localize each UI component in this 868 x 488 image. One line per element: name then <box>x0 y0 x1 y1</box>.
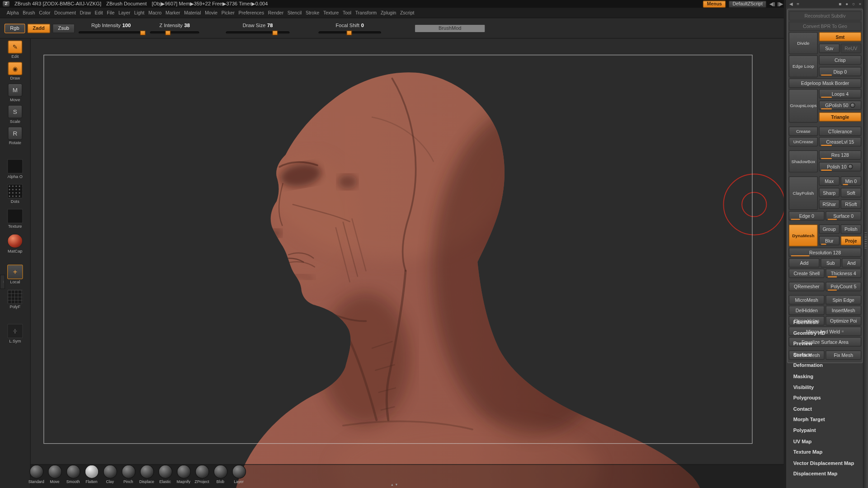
spin-edge-button[interactable]: Spin Edge <box>826 295 861 305</box>
transform-tool-button[interactable]: ◉ Draw <box>8 62 22 81</box>
tool-section-header[interactable]: Preview <box>786 339 864 350</box>
stroke-picker[interactable]: Dots <box>7 184 23 204</box>
slider-groove[interactable] <box>319 32 381 34</box>
default-zscript-button[interactable]: DefaultZScript <box>729 0 767 8</box>
menu-item[interactable]: Edit <box>95 10 103 15</box>
z-intensity-slider[interactable]: Z Intensity38 <box>148 21 201 35</box>
tray-dock-icon[interactable]: ■ <box>839 1 842 6</box>
draw-size-slider[interactable]: Draw Size78 <box>224 21 291 35</box>
brush-preset-button[interactable]: Flatten <box>83 465 100 488</box>
slider-groove[interactable] <box>150 32 199 34</box>
claypolish-rsoft-button[interactable]: RSoft <box>841 200 862 209</box>
texture-picker[interactable]: Texture <box>7 209 23 229</box>
menu-item[interactable]: Preferences <box>239 10 264 15</box>
thickness-slider[interactable]: Thickness 4 <box>826 268 861 278</box>
polyframe-grid-icon[interactable] <box>7 290 23 304</box>
delhidden-button[interactable]: DelHidden <box>789 305 825 315</box>
menu-item[interactable]: Material <box>184 10 201 15</box>
groupsloops-button[interactable]: GroupsLoops <box>789 89 818 123</box>
creaselvl-slider[interactable]: CreaseLvl 15 <box>819 137 861 146</box>
tool-section-header[interactable]: FiberMesh <box>786 317 864 328</box>
claypolish-rshar-button[interactable]: RShar <box>819 200 840 209</box>
menu-item[interactable]: Texture <box>323 10 339 15</box>
slider-handle[interactable] <box>150 32 169 34</box>
tool-section-header[interactable]: Vector Displacement Map <box>786 458 864 469</box>
tool-section-header[interactable]: Morph Target <box>786 415 864 426</box>
smt-toggle[interactable]: Smt <box>819 32 861 42</box>
menu-item[interactable]: File <box>107 10 114 15</box>
transform-tool-button[interactable]: S Scale <box>8 105 22 124</box>
edgeloop-mask-border-button[interactable]: Edgeloop Mask Border <box>789 79 861 88</box>
gpolish-mode-toggle-icon[interactable] <box>850 103 855 108</box>
crease-button[interactable]: Crease <box>789 127 818 136</box>
zadd-mode-toggle[interactable]: Zadd <box>27 23 50 33</box>
bottom-tray-resize-handle[interactable]: ▲ ▼ <box>391 483 398 486</box>
claypolish-edge-slider[interactable]: Edge 0 <box>789 211 825 221</box>
create-shell-button[interactable]: Create Shell <box>789 268 825 278</box>
transform-tool-button[interactable]: R Rotate <box>8 127 22 145</box>
tray-menu-icon[interactable]: ≡ <box>797 1 799 6</box>
tool-section-header[interactable]: Masking <box>786 371 864 382</box>
tool-section-header[interactable]: Deformation <box>786 361 864 371</box>
stroke-dots-thumbnail[interactable] <box>7 184 23 198</box>
menu-item[interactable]: Document <box>54 10 76 15</box>
tool-section-header[interactable]: Displacement Map <box>786 469 864 480</box>
tray-scrollbar-grip[interactable] <box>865 232 867 249</box>
slider-groove[interactable] <box>226 32 290 34</box>
transform-tool-button[interactable]: M Move <box>8 84 22 103</box>
polyframe-toggle[interactable]: PolyF <box>7 290 23 310</box>
loops-slider[interactable]: Loops 4 <box>819 89 861 99</box>
polish-mode-toggle-icon[interactable] <box>848 164 853 169</box>
tool-section-header[interactable]: UV Map <box>786 436 864 447</box>
convert-bpr-to-geo-button[interactable]: Convert BPR To Geo <box>789 22 861 31</box>
qremesher-button[interactable]: QRemesher <box>789 282 825 291</box>
brush-preset-button[interactable]: Displace <box>138 465 155 488</box>
menu-item[interactable]: Macro <box>148 10 161 15</box>
slider-handle[interactable] <box>319 32 350 34</box>
menu-item[interactable]: Picker <box>222 10 235 15</box>
menus-toggle-button[interactable]: Menus <box>703 0 726 8</box>
menu-item[interactable]: Zplugin <box>381 10 396 15</box>
divide-button[interactable]: Divide <box>789 32 818 54</box>
tool-section-header[interactable]: Texture Map <box>786 447 864 458</box>
brush-preset-button[interactable]: ZProject <box>193 465 210 488</box>
local-transform-toggle[interactable]: + Local <box>7 265 23 285</box>
brush-preset-button[interactable]: Layer <box>231 465 247 488</box>
menu-item[interactable]: Draw <box>80 10 90 15</box>
shadowbox-toggle[interactable]: ShadowBox <box>789 150 818 173</box>
right-tray-collapse-icon[interactable]: ||||▶ <box>778 1 783 6</box>
brush-preset-button[interactable]: Blob <box>212 465 229 488</box>
close-icon[interactable]: × <box>859 1 861 6</box>
dynamesh-sub-toggle[interactable]: Sub <box>821 258 841 267</box>
dynamesh-polish-toggle[interactable]: Polish <box>841 225 862 234</box>
brushmod-slider[interactable]: BrushMod <box>415 24 485 32</box>
menu-item[interactable]: Alpha <box>7 10 19 15</box>
local-symmetry-icon[interactable]: ·|· <box>7 324 23 338</box>
polycount-slider[interactable]: PolyCount 5 <box>826 282 861 291</box>
tool-section-header[interactable]: Polygroups <box>786 393 864 404</box>
menu-item[interactable]: Marker <box>165 10 180 15</box>
menu-item[interactable]: Color <box>39 10 50 15</box>
menu-item[interactable]: Stencil <box>288 10 302 15</box>
left-tray-resize-handle[interactable]: ∙∙ <box>0 275 5 289</box>
menu-item[interactable]: Movie <box>205 10 217 15</box>
brush-preset-button[interactable]: Standard <box>28 465 45 488</box>
shadowbox-polish-slider[interactable]: Polish 10 <box>819 162 861 171</box>
brush-preset-button[interactable]: Move <box>46 465 63 488</box>
rgb-intensity-slider[interactable]: Rgb Intensity100 <box>77 21 145 35</box>
dynamesh-toggle[interactable]: DynaMesh <box>789 225 818 247</box>
gpolish-slider[interactable]: GPolish 50 <box>819 101 861 110</box>
tool-section-header[interactable]: Polypaint <box>786 426 864 436</box>
tray-circle-icon[interactable]: ○ <box>852 1 855 6</box>
tool-section-header[interactable]: Contact <box>786 404 864 415</box>
tool-section-header[interactable]: Geometry HD <box>786 328 864 339</box>
menu-item[interactable]: Tool <box>343 10 351 15</box>
claypolish-sharp-button[interactable]: Sharp <box>819 188 840 197</box>
edge-loop-button[interactable]: Edge Loop <box>789 55 818 77</box>
claypolish-min-slider[interactable]: Min 0 <box>841 176 862 186</box>
micromesh-button[interactable]: MicroMesh <box>789 295 825 305</box>
claypolish-max-button[interactable]: Max <box>819 176 840 186</box>
shadowbox-res-slider[interactable]: Res 128 <box>819 150 861 160</box>
reuv-button[interactable]: ReUV <box>841 44 862 53</box>
menu-item[interactable]: Stroke <box>306 10 319 15</box>
